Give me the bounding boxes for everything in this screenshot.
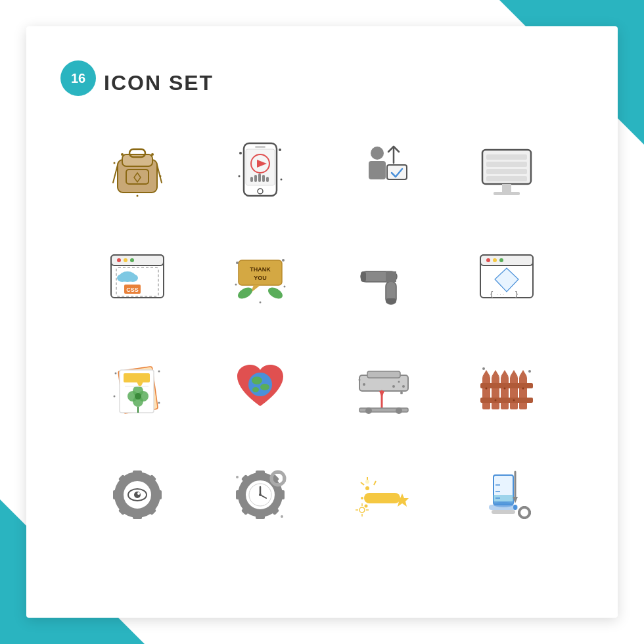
svg-point-25 — [239, 175, 241, 177]
svg-rect-107 — [482, 377, 490, 409]
page-title: ICON SET — [104, 71, 214, 95]
icon-cell-backpack — [79, 118, 196, 220]
svg-point-42 — [130, 258, 134, 262]
svg-point-163 — [364, 504, 367, 507]
icon-cell-thank-you: THANK YOU — [202, 227, 319, 329]
svg-point-102 — [398, 380, 400, 382]
icon-cell-monitor-database — [449, 118, 566, 220]
svg-rect-142 — [236, 490, 242, 499]
svg-rect-185 — [522, 517, 526, 519]
svg-rect-127 — [133, 471, 142, 477]
svg-rect-18 — [258, 173, 261, 182]
svg-point-120 — [495, 399, 497, 401]
svg-point-168 — [359, 507, 365, 513]
svg-point-92 — [260, 384, 269, 390]
svg-text:YOU: YOU — [254, 275, 267, 281]
css-browser-icon: CSS — [101, 242, 173, 314]
svg-rect-62 — [386, 271, 396, 282]
svg-rect-77 — [124, 373, 150, 382]
svg-point-11 — [136, 195, 138, 196]
svg-point-67 — [486, 258, 490, 262]
icon-cell-person-arrows — [325, 118, 442, 220]
svg-marker-114 — [510, 370, 518, 377]
icon-count-badge: 16 — [60, 60, 96, 96]
svg-line-166 — [374, 481, 376, 485]
backpack-icon — [101, 133, 173, 206]
icon-cell-laser-machine — [325, 335, 442, 437]
svg-rect-36 — [502, 184, 511, 192]
icon-cell-settings-eye — [79, 444, 196, 545]
svg-point-56 — [282, 259, 285, 262]
svg-point-137 — [134, 492, 141, 498]
svg-point-59 — [260, 301, 262, 303]
svg-rect-140 — [256, 471, 265, 477]
lab-test-icon — [471, 459, 543, 531]
pipe-wrench-icon — [348, 242, 420, 314]
svg-point-91 — [252, 377, 262, 384]
svg-point-27 — [371, 147, 384, 160]
svg-point-45 — [127, 274, 138, 282]
svg-rect-153 — [275, 471, 281, 474]
svg-point-124 — [482, 367, 485, 370]
svg-rect-30 — [387, 165, 407, 179]
svg-point-123 — [522, 387, 524, 389]
svg-text:{: { — [490, 290, 494, 298]
svg-point-103 — [402, 385, 405, 388]
laser-machine-icon — [348, 350, 420, 423]
svg-text:CSS: CSS — [126, 287, 139, 293]
svg-point-89 — [158, 402, 160, 403]
svg-point-57 — [235, 283, 237, 285]
svg-rect-129 — [113, 490, 120, 499]
svg-rect-16 — [250, 177, 253, 182]
fence-icon — [471, 350, 543, 423]
svg-point-101 — [392, 385, 395, 388]
icon-cell-diamond-code: { · · · } — [449, 227, 566, 329]
svg-rect-159 — [364, 493, 400, 503]
svg-point-106 — [400, 392, 403, 394]
svg-rect-19 — [262, 175, 265, 182]
svg-rect-188 — [489, 505, 518, 510]
icon-cell-mobile-music — [202, 118, 319, 220]
svg-point-93 — [252, 387, 259, 392]
svg-point-54 — [266, 285, 285, 300]
svg-point-83 — [135, 393, 141, 400]
heart-earth-icon — [224, 350, 296, 423]
lucky-clover-icon — [101, 350, 173, 423]
shooting-star-icon — [348, 459, 420, 531]
svg-point-138 — [137, 492, 140, 495]
svg-rect-20 — [266, 177, 269, 182]
badge-number: 16 — [71, 71, 85, 86]
svg-marker-112 — [501, 370, 509, 377]
svg-rect-154 — [275, 483, 281, 486]
svg-rect-189 — [492, 510, 515, 514]
svg-point-104 — [363, 383, 365, 386]
svg-rect-17 — [254, 175, 257, 182]
svg-text:· · ·: · · · — [497, 292, 504, 298]
svg-point-121 — [504, 387, 506, 389]
svg-point-161 — [365, 486, 369, 490]
svg-rect-34 — [486, 169, 527, 174]
svg-point-58 — [284, 285, 286, 287]
svg-rect-115 — [519, 377, 527, 409]
svg-point-86 — [114, 372, 116, 374]
icon-cell-pipe — [325, 227, 442, 329]
settings-eye-icon — [101, 459, 173, 531]
svg-point-162 — [361, 497, 363, 499]
svg-rect-28 — [369, 161, 386, 179]
svg-point-157 — [236, 476, 239, 478]
svg-point-40 — [117, 258, 121, 262]
svg-point-125 — [528, 370, 531, 373]
svg-marker-108 — [482, 370, 490, 377]
svg-line-6 — [157, 165, 162, 183]
svg-point-87 — [158, 370, 160, 372]
svg-rect-186 — [518, 511, 520, 515]
svg-point-41 — [124, 258, 127, 262]
icon-cell-shooting-star — [325, 444, 442, 545]
svg-point-68 — [493, 258, 497, 262]
thank-you-icon: THANK YOU — [224, 242, 296, 314]
svg-rect-184 — [522, 506, 526, 509]
svg-rect-141 — [256, 513, 265, 519]
svg-point-10 — [159, 175, 161, 177]
svg-point-88 — [113, 395, 115, 397]
svg-text:THANK: THANK — [250, 266, 271, 273]
